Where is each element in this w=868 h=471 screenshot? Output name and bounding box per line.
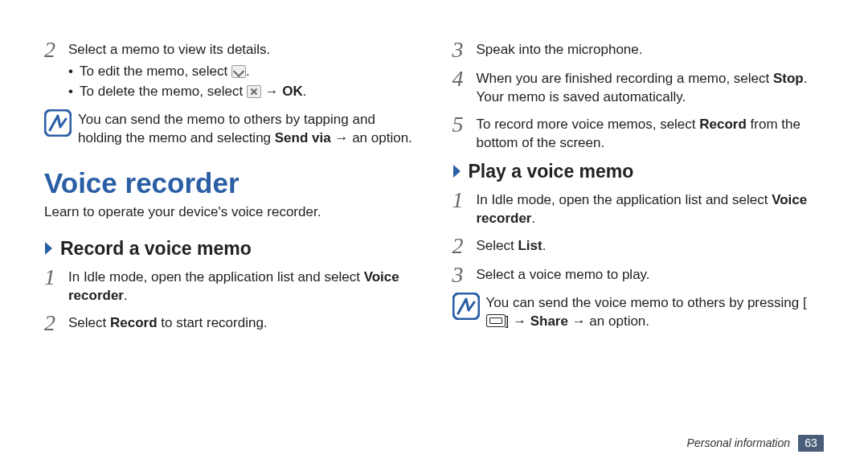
chevron-right-icon [452, 164, 465, 178]
bullet-text: To edit the memo, select [80, 63, 231, 79]
step-text: Speak into the microphone. [477, 39, 825, 59]
play-step-2: 2 Select List. [452, 235, 825, 257]
manual-page: 2 Select a memo to view its details. • T… [0, 0, 868, 471]
step-text: In Idle mode, open the application list … [68, 266, 416, 305]
section-intro: Learn to operate your device's voice rec… [44, 203, 416, 222]
step-number: 2 [452, 235, 477, 257]
delete-icon [247, 85, 261, 98]
right-column: 3 Speak into the microphone. 4 When you … [452, 39, 825, 471]
chevron-right-icon [44, 241, 57, 256]
note-block: You can send the voice memo to others by… [452, 293, 825, 331]
step-number: 3 [452, 264, 477, 286]
subsection-heading: Play a voice memo [452, 159, 825, 184]
step-text: Select Record to start recording. [68, 312, 416, 333]
note-block: You can send the memo to others by tappi… [44, 109, 416, 148]
note-text: You can send the memo to others by tappi… [78, 109, 416, 148]
bullet-bold: OK [282, 84, 303, 99]
step-number: 2 [44, 39, 68, 61]
step-text: When you are finished recording a memo, … [477, 68, 825, 107]
bullet-dot: • [68, 83, 80, 101]
step-number: 1 [44, 266, 68, 289]
play-step-3: 3 Select a voice memo to play. [452, 264, 825, 286]
record-step-1: 1 In Idle mode, open the application lis… [44, 266, 416, 305]
list-item: • To edit the memo, select . [68, 63, 416, 81]
step-text: To record more voice memos, select Recor… [477, 113, 825, 153]
record-step-3: 3 Speak into the microphone. [452, 39, 825, 61]
step-text: Select List. [477, 235, 825, 256]
step-text: In Idle mode, open the application list … [477, 189, 825, 228]
step-number: 4 [452, 68, 477, 90]
note-icon [44, 109, 72, 137]
bullet-text: → [261, 84, 282, 99]
bullet-dot: • [68, 63, 80, 81]
sub-bullet-list: • To edit the memo, select . • To delete… [68, 63, 416, 101]
left-column: 2 Select a memo to view its details. • T… [44, 39, 416, 471]
step-text: Select a voice memo to play. [477, 264, 825, 285]
bullet-text: To delete the memo, select [80, 84, 247, 99]
note-icon [452, 293, 480, 320]
list-item: • To delete the memo, select → OK. [68, 83, 416, 101]
step-number: 5 [452, 113, 477, 136]
memo-step-2: 2 Select a memo to view its details. • T… [44, 39, 416, 103]
bullet-text: . [246, 63, 250, 79]
record-step-2: 2 Select Record to start recording. [44, 312, 416, 334]
footer-section-name: Personal information [687, 436, 790, 451]
play-step-1: 1 In Idle mode, open the application lis… [452, 189, 825, 228]
step-number: 1 [452, 189, 477, 211]
svg-rect-1 [453, 293, 479, 319]
bullet-text: . [303, 84, 307, 99]
note-text: You can send the voice memo to others by… [486, 293, 825, 331]
step-number: 2 [44, 312, 68, 334]
subsection-title: Play a voice memo [469, 159, 634, 184]
subsection-title: Record a voice memo [60, 236, 252, 261]
step-text: Select a memo to view its details. [68, 42, 270, 57]
subsection-heading: Record a voice memo [44, 236, 416, 261]
step-number: 3 [452, 39, 477, 61]
menu-key-icon [486, 314, 506, 327]
section-heading: Voice recorder [44, 164, 416, 202]
page-footer: Personal information 63 [687, 435, 824, 452]
record-step-4: 4 When you are finished recording a memo… [452, 68, 825, 107]
svg-rect-0 [45, 110, 71, 136]
record-step-5: 5 To record more voice memos, select Rec… [452, 113, 825, 153]
edit-icon [231, 65, 246, 78]
page-number: 63 [798, 435, 824, 452]
